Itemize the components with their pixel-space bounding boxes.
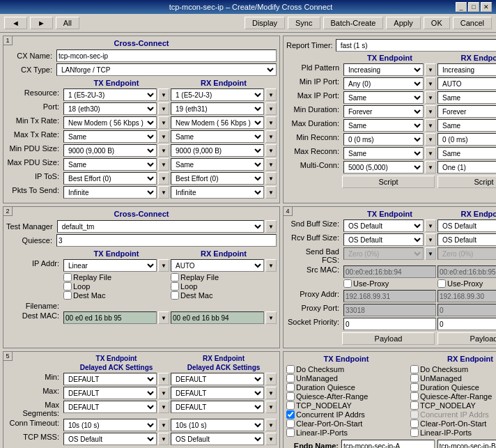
tcp-mss-rx-select[interactable]: OS Default xyxy=(171,433,264,445)
use-proxy-rx-row[interactable]: Use-Proxy xyxy=(437,279,496,288)
cancel-button[interactable]: Cancel xyxy=(453,17,492,29)
min-dur-rx-select[interactable]: Forever xyxy=(437,105,496,118)
ip-rx-select[interactable]: AUTO xyxy=(171,259,264,272)
min-tx-tx-arrow[interactable]: ▼ xyxy=(158,116,169,129)
mac-rx-arrow[interactable]: ▼ xyxy=(265,311,277,324)
min-ip-tx-arrow[interactable]: ▼ xyxy=(425,77,436,90)
rcv-buf-tx-select[interactable]: OS Default xyxy=(343,233,424,246)
tcp-nodelay-rx-checkbox[interactable] xyxy=(410,401,419,410)
max-dur-tx-arrow[interactable]: ▼ xyxy=(425,119,436,132)
concurrent-rx-row[interactable]: Concurrent IP Addrs xyxy=(410,410,496,419)
sock-pri-tx-input[interactable] xyxy=(343,318,436,330)
close-button[interactable]: ✕ xyxy=(481,2,492,12)
max-pdu-rx-arrow[interactable]: ▼ xyxy=(265,158,277,171)
tcp-nodelay-rx-row[interactable]: TCP_NODELAY xyxy=(410,401,496,410)
display-button[interactable]: Display xyxy=(245,17,285,29)
ip-rx-arrow[interactable]: ▼ xyxy=(265,259,277,272)
min-ip-rx-select[interactable]: AUTO xyxy=(437,77,496,90)
use-proxy-tx-row[interactable]: Use-Proxy xyxy=(343,279,436,288)
ip-tx-arrow[interactable]: ▼ xyxy=(158,259,169,272)
resource-tx-arrow[interactable]: ▼ xyxy=(158,88,169,101)
snd-buf-tx-select[interactable]: OS Default xyxy=(343,219,424,232)
max-dur-rx-select[interactable]: Same xyxy=(437,119,496,132)
max-rx-ack-select[interactable]: DEFAULT xyxy=(171,387,264,399)
min-tx-tx-select[interactable]: New Modem ( 56 Kbps ) xyxy=(63,116,157,129)
min-dur-tx-arrow[interactable]: ▼ xyxy=(425,105,436,118)
max-pdu-tx-arrow[interactable]: ▼ xyxy=(158,158,169,171)
max-rx-ack-arrow[interactable]: ▼ xyxy=(265,387,277,399)
rcv-buf-tx-arrow[interactable]: ▼ xyxy=(425,233,436,246)
max-pdu-tx-select[interactable]: Same xyxy=(63,158,157,171)
pkts-tx-arrow[interactable]: ▼ xyxy=(158,186,169,199)
clear-port-tx-row[interactable]: Clear-Port-On-Start xyxy=(286,419,406,428)
min-pdu-tx-select[interactable]: 9000 (9,000 B) xyxy=(63,144,157,157)
script-tx-button[interactable]: Script xyxy=(342,176,435,188)
max-ip-rx-select[interactable]: Same xyxy=(437,91,496,104)
max-reconn-tx-select[interactable]: Same xyxy=(343,147,424,160)
payload-rx-button[interactable]: Payload xyxy=(437,332,496,345)
rcv-buf-rx-select[interactable]: OS Default xyxy=(437,233,496,246)
forward-button[interactable]: ► xyxy=(30,17,53,29)
multi-conn-rx-select[interactable]: One (1) xyxy=(437,161,496,173)
tcp-nodelay-tx-checkbox[interactable] xyxy=(286,401,295,410)
payload-tx-button[interactable]: Payload xyxy=(342,332,435,345)
conn-timeout-tx-select[interactable]: 10s (10 s) xyxy=(63,419,157,431)
use-proxy-tx-checkbox[interactable] xyxy=(343,279,352,288)
unmanaged-tx-row[interactable]: UnManaged xyxy=(286,374,406,383)
minimize-button[interactable]: _ xyxy=(456,2,467,12)
linear-ip-rx-row[interactable]: Linear-IP-Ports xyxy=(410,428,496,437)
pld-tx-select[interactable]: Increasing xyxy=(343,63,424,76)
dur-quiesce-tx-row[interactable]: Duration Quiesce xyxy=(286,383,406,392)
min-ip-tx-select[interactable]: Any (0) xyxy=(343,77,424,90)
apply-button[interactable]: Apply xyxy=(386,17,421,29)
do-checksum-rx-row[interactable]: Do Checksum xyxy=(410,365,496,373)
sock-pri-rx-input[interactable] xyxy=(437,318,496,330)
pkts-rx-select[interactable]: Infinite xyxy=(171,186,264,199)
pld-rx-select[interactable]: Increasing xyxy=(437,63,496,76)
min-reconn-rx-select[interactable]: 0 (0 ms) xyxy=(437,133,496,146)
sync-button[interactable]: Sync xyxy=(288,17,320,29)
min-rx-ack-arrow[interactable]: ▼ xyxy=(265,373,277,385)
loop-rx-checkbox-row[interactable]: Loop xyxy=(171,282,277,291)
dest-mac-rx-checkbox-row[interactable]: Dest Mac xyxy=(171,291,277,300)
min-dur-tx-select[interactable]: Forever xyxy=(343,105,424,118)
dest-mac-tx-checkbox[interactable] xyxy=(63,291,72,300)
report-timer-select[interactable]: fast (1 s) xyxy=(336,39,496,52)
multi-conn-tx-arrow[interactable]: ▼ xyxy=(425,161,436,173)
multi-conn-tx-select[interactable]: 5000 (5,000) xyxy=(343,161,424,173)
dur-quiesce-rx-checkbox[interactable] xyxy=(410,383,419,392)
mac-rx-input[interactable] xyxy=(171,311,264,324)
max-seg-rx-arrow[interactable]: ▼ xyxy=(265,401,277,413)
min-pdu-rx-select[interactable]: 9000 (9,000 B) xyxy=(171,144,264,157)
snd-buf-tx-arrow[interactable]: ▼ xyxy=(425,219,436,232)
max-seg-tx-arrow[interactable]: ▼ xyxy=(158,401,169,413)
max-seg-rx-select[interactable]: DEFAULT xyxy=(171,401,264,413)
max-tx-rx-arrow[interactable]: ▼ xyxy=(265,130,277,143)
loop-tx-checkbox-row[interactable]: Loop xyxy=(63,282,169,291)
batch-create-button[interactable]: Batch-Create xyxy=(323,17,384,29)
max-tx-ack-arrow[interactable]: ▼ xyxy=(158,387,169,399)
cx-type-select[interactable]: LANforge / TCP xyxy=(56,63,277,76)
min-rx-ack-select[interactable]: DEFAULT xyxy=(171,373,264,385)
min-tx-rx-select[interactable]: New Modem ( 56 Kbps ) xyxy=(171,116,264,129)
ip-tos-rx-select[interactable]: Best Effort (0) xyxy=(171,172,264,185)
port-rx-arrow[interactable]: ▼ xyxy=(265,102,277,115)
do-checksum-rx-checkbox[interactable] xyxy=(410,365,419,373)
mac-tx-arrow[interactable]: ▼ xyxy=(158,311,169,324)
quiesce-after-rx-row[interactable]: Quiesce-After-Range xyxy=(410,392,496,401)
test-manager-arrow[interactable]: ▼ xyxy=(265,220,277,233)
do-checksum-tx-checkbox[interactable] xyxy=(286,365,295,373)
window-controls[interactable]: _ □ ✕ xyxy=(456,2,492,12)
ip-tos-tx-arrow[interactable]: ▼ xyxy=(158,172,169,185)
concurrent-tx-checkbox[interactable] xyxy=(286,410,295,419)
unmanaged-tx-checkbox[interactable] xyxy=(286,374,295,383)
conn-timeout-rx-arrow[interactable]: ▼ xyxy=(265,419,277,431)
dur-quiesce-tx-checkbox[interactable] xyxy=(286,383,295,392)
resource-tx-select[interactable]: 1 (E5-2U-3) xyxy=(63,88,157,101)
quiesce-after-tx-checkbox[interactable] xyxy=(286,392,295,401)
concurrent-tx-row[interactable]: Concurrent IP Addrs xyxy=(286,410,406,419)
max-reconn-tx-arrow[interactable]: ▼ xyxy=(425,147,436,160)
port-tx-select[interactable]: 18 (eth30) xyxy=(63,102,157,115)
replay-rx-checkbox-row[interactable]: Replay File xyxy=(171,273,277,281)
pkts-rx-arrow[interactable]: ▼ xyxy=(265,186,277,199)
